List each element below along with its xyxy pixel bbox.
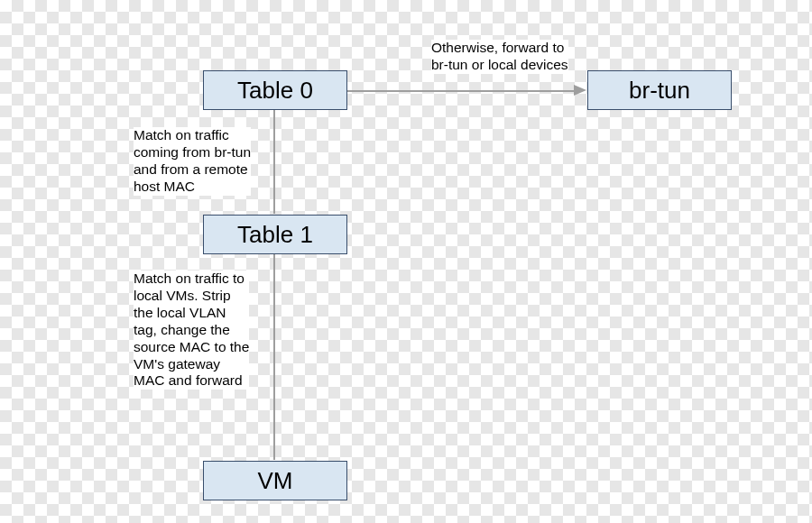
node-table1: Table 1 [203, 215, 347, 254]
node-table0-label: Table 0 [237, 77, 313, 105]
node-brtun: br-tun [587, 70, 732, 110]
diagram-canvas: Table 0 br-tun Table 1 VM Otherwise, for… [0, 0, 812, 523]
edge-table0-brtun-arrow [574, 85, 586, 96]
edge-table0-table1 [273, 110, 275, 214]
edge-label-table1-vm: Match on traffic to local VMs. Strip the… [134, 271, 249, 390]
edge-table1-vm [273, 254, 275, 460]
edge-label-table0-table1: Match on traffic coming from br-tun and … [134, 127, 251, 196]
node-vm-label: VM [258, 467, 293, 495]
node-table0: Table 0 [203, 70, 347, 110]
node-vm: VM [203, 461, 347, 500]
node-table1-label: Table 1 [237, 221, 313, 249]
edge-label-table0-brtun: Otherwise, forward to br-tun or local de… [431, 40, 568, 74]
node-brtun-label: br-tun [629, 77, 690, 105]
edge-table0-brtun [347, 90, 577, 92]
